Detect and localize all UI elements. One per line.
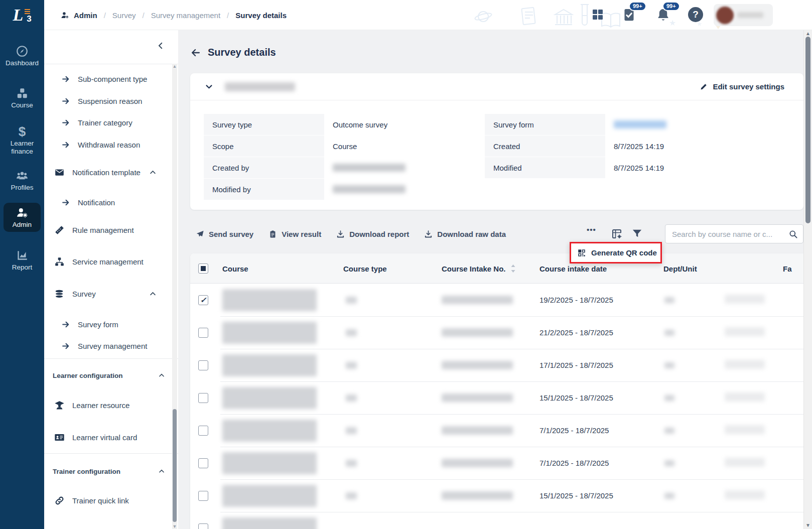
sidebar-scrollbar[interactable]: ▲ ▼ (172, 64, 177, 529)
arrow-right-icon (61, 341, 71, 351)
rail-item-report[interactable]: Report (4, 245, 41, 275)
send-survey-button[interactable]: Send survey (196, 230, 253, 238)
back-arrow-icon[interactable] (190, 47, 201, 58)
select-all-checkbox[interactable] (198, 263, 208, 274)
clipboard-icon (268, 230, 277, 238)
rail-item-admin[interactable]: Admin (4, 203, 41, 232)
app-logo[interactable]: L 3 (0, 0, 44, 30)
sidebar-section-trainer-configuration[interactable]: Trainer configuration (53, 463, 171, 480)
field-value (605, 114, 666, 135)
paper-plane-icon (196, 230, 204, 238)
edit-survey-settings-button[interactable]: Edit survey settings (700, 82, 784, 91)
primary-nav-rail: L 3 Dashboard Course $ Learner finance P… (0, 0, 44, 529)
table-row[interactable]: 7/1/2025 - 18/7/2025 (190, 447, 812, 479)
rail-item-dashboard[interactable]: Dashboard (4, 41, 41, 70)
sidebar-item-trainer-category[interactable]: Trainer category (44, 114, 171, 131)
breadcrumb-separator: / (104, 11, 106, 20)
sidebar-collapse-icon[interactable] (156, 41, 165, 50)
rail-item-learner-finance[interactable]: $ Learner finance (4, 121, 41, 158)
scroll-up-arrow[interactable]: ▲ (804, 31, 812, 37)
redacted-survey-form-link[interactable] (614, 120, 666, 128)
more-actions-button[interactable]: ••• (587, 225, 600, 237)
sidebar-item-withdrawal-reason[interactable]: Withdrawal reason (44, 136, 171, 153)
table-row[interactable]: 7/1/2025 - 18/7/2025 (190, 414, 812, 447)
column-header-course-intake-no[interactable]: Course Intake No. (442, 253, 516, 284)
row-checkbox[interactable] (198, 328, 208, 338)
row-checkbox[interactable]: ✓ (198, 295, 208, 305)
qr-code-icon (577, 248, 586, 257)
table-row-partial[interactable] (190, 512, 812, 529)
redacted-dept-unit (664, 395, 674, 401)
generate-qr-code-menu-item[interactable]: Generate QR code (570, 242, 662, 263)
column-header-facility[interactable]: Fa (783, 253, 792, 284)
page-scrollbar[interactable]: ▲ ▼ (803, 30, 812, 529)
column-header-dept-unit[interactable]: Dept/Unit (663, 253, 697, 284)
table-row[interactable]: 15/1/2025 - 18/7/2025 (190, 479, 812, 512)
field-value (324, 179, 405, 200)
scroll-down-arrow[interactable]: ▼ (804, 522, 812, 528)
table-row[interactable]: 17/1/2025 - 18/7/2025 (190, 349, 812, 381)
download-report-button[interactable]: Download report (336, 230, 409, 238)
filter-icon[interactable] (631, 228, 644, 240)
sidebar-item-notification[interactable]: Notification (44, 194, 171, 211)
avatar (716, 7, 734, 24)
page-scrollbar-thumb[interactable] (805, 37, 810, 223)
sidebar-divider (44, 358, 178, 359)
sidebar-item-service-management[interactable]: Service management (44, 253, 171, 270)
sidebar-item-suspension-reason[interactable]: Suspension reason (44, 92, 171, 109)
sort-icon[interactable] (510, 264, 516, 273)
field-label: Created by (204, 157, 324, 178)
row-checkbox[interactable] (198, 491, 208, 501)
sidebar-item-survey-management[interactable]: Survey management (44, 337, 171, 354)
breadcrumb-survey[interactable]: Survey (112, 11, 136, 20)
arrow-right-icon (61, 118, 71, 127)
search-icon[interactable] (788, 229, 798, 239)
apps-grid-icon[interactable] (590, 7, 606, 23)
table-row[interactable]: 21/2/2025 - 18/7/2025 (190, 316, 812, 349)
sidebar-item-learner-resource[interactable]: Learner resource (44, 396, 171, 414)
scroll-up-arrow[interactable]: ▲ (172, 64, 177, 69)
logo-letter: L (13, 7, 23, 24)
sidebar-item-trainer-quick-link[interactable]: Trainer quick link (44, 492, 171, 509)
sidebar-item-rule-management[interactable]: Rule management (44, 221, 171, 238)
row-checkbox[interactable] (198, 393, 208, 403)
breadcrumb-admin[interactable]: Admin (60, 11, 97, 20)
field-row: Survey form (485, 114, 786, 135)
sidebar-section-learner-configuration[interactable]: Learner configuration (53, 367, 171, 384)
column-header-course[interactable]: Course (222, 253, 248, 284)
sidebar-scrollbar-thumb[interactable] (173, 409, 177, 522)
panel-fields-right: Survey form Created 8/7/2025 14:19 Modif… (485, 114, 786, 179)
row-checkbox[interactable] (198, 458, 208, 468)
sidebar-item-notification-template[interactable]: Notification template (44, 164, 171, 181)
rail-item-profiles[interactable]: Profiles (4, 166, 41, 195)
help-icon[interactable]: ? (688, 7, 703, 22)
row-checkbox[interactable] (198, 523, 208, 529)
user-menu[interactable] (714, 4, 773, 26)
field-label: Survey form (485, 114, 605, 135)
sitemap-icon (54, 256, 65, 267)
course-table: Course Course type Course Intake No. Cou… (190, 253, 812, 529)
row-checkbox[interactable] (198, 360, 208, 370)
view-result-button[interactable]: View result (268, 230, 321, 238)
redacted-course-name (222, 289, 317, 311)
column-settings-icon[interactable] (611, 228, 624, 240)
sidebar-item-sub-component-type[interactable]: Sub-component type (44, 70, 171, 87)
chevron-down-icon[interactable] (205, 82, 213, 91)
sidebar-item-survey[interactable]: Survey (44, 285, 171, 302)
row-checkbox[interactable] (198, 426, 208, 436)
chevron-up-icon (149, 169, 157, 176)
scroll-down-arrow[interactable]: ▼ (172, 524, 177, 529)
sidebar-item-survey-form[interactable]: Survey form (44, 316, 171, 333)
download-raw-data-button[interactable]: Download raw data (424, 230, 506, 238)
breadcrumb-survey-management[interactable]: Survey management (151, 11, 220, 20)
table-row[interactable]: 15/1/2025 - 18/7/2025 (190, 381, 812, 414)
column-header-course-type[interactable]: Course type (343, 253, 387, 284)
search-input[interactable] (665, 230, 788, 238)
rail-label: Course (11, 101, 33, 109)
sidebar-item-learner-virtual-card[interactable]: Learner virtual card (44, 429, 171, 446)
redacted-course-type (346, 492, 357, 499)
redacted-course-type (346, 427, 357, 434)
table-row[interactable]: ✓ 19/2/2025 - 18/7/2025 (190, 284, 812, 316)
rail-item-course[interactable]: Course (4, 83, 41, 112)
course-intake-date: 7/1/2025 - 18/7/2025 (539, 414, 609, 447)
